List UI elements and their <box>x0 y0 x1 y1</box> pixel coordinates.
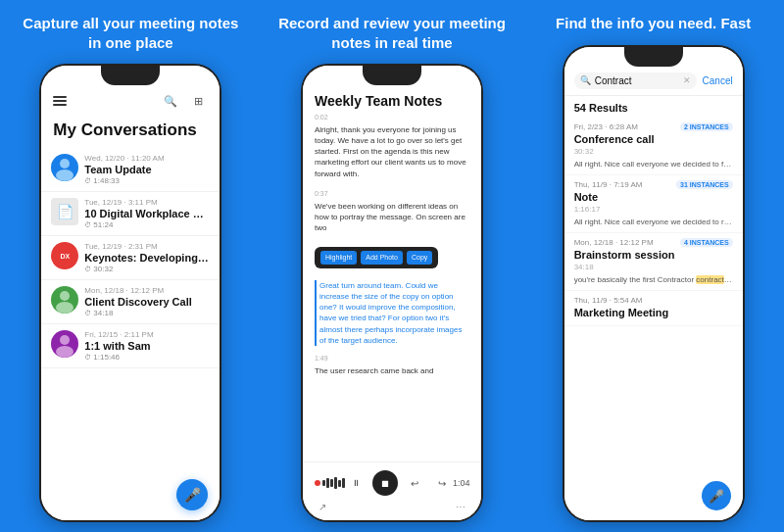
result-item[interactable]: Thu, 11/9 · 7:19 AM 31 INSTANCES Note 1:… <box>564 175 743 233</box>
conversations-title: My Conversations <box>41 115 220 148</box>
options-icon[interactable]: ⋯ <box>456 502 466 512</box>
panel-2-title: Record and review your meeting notes in … <box>270 14 515 52</box>
forward-button[interactable]: ↪ <box>431 472 453 494</box>
list-item[interactable]: Fri, 12/15 · 2:11 PM 1:1 with Sam ⏱ 1:15… <box>41 324 220 368</box>
conv-content: Fri, 12/15 · 2:11 PM 1:1 with Sam ⏱ 1:15… <box>84 330 210 362</box>
action-row: ↗ ⋯ <box>315 502 469 512</box>
wave-bar <box>334 477 337 489</box>
avatar: DX <box>51 242 78 269</box>
notch-3 <box>624 47 683 67</box>
conv-content: Tue, 12/19 · 2:31 PM Keynotes: Developin… <box>84 242 210 273</box>
clock-icon: ⏱ <box>84 354 91 361</box>
hamburger-icon[interactable] <box>53 96 67 106</box>
result-snippet: All right. Nice call everyone we decided… <box>574 217 733 227</box>
conv-name: Keynotes: Developing a Cu... <box>84 252 210 264</box>
notch-2 <box>363 66 421 85</box>
clock-icon: ⏱ <box>84 266 91 272</box>
conv-duration: ⏱ 30:32 <box>84 265 210 273</box>
conv-duration: ⏱ 34:18 <box>84 309 210 317</box>
svg-point-2 <box>60 291 70 301</box>
share-icon[interactable]: ↗ <box>318 502 326 512</box>
panel-2: Record and review your meeting notes in … <box>262 0 523 532</box>
result-date: Thu, 11/9 · 7:19 AM <box>574 180 643 189</box>
play-stop-controls: ⏸ ⏹ ↩ ↪ <box>345 470 453 496</box>
clear-icon[interactable]: ✕ <box>683 75 691 85</box>
conv-date: Tue, 12/19 · 3:11 PM <box>84 198 210 207</box>
panel-3-title: Find the info you need. Fast <box>548 14 759 33</box>
rewind-button[interactable]: ↩ <box>404 472 425 494</box>
result-snippet: All right. Nice call everyone we decided… <box>574 159 733 169</box>
notch-1 <box>101 66 160 85</box>
result-item[interactable]: Mon, 12/18 · 12:12 PM 4 INSTANCES Brains… <box>564 233 743 291</box>
timestamp-1: 0:02 <box>315 113 469 122</box>
selected-text: Great turn around team. Could we increas… <box>315 280 469 346</box>
waveform <box>315 477 345 489</box>
result-date: Thu, 11/9 · 5:54 AM <box>574 296 643 305</box>
search-icon: 🔍 <box>580 75 591 85</box>
wave-bar <box>326 478 329 488</box>
conversations-list: Wed, 12/20 · 11:20 AM Team Update ⏱ 1:48… <box>41 148 220 520</box>
list-item[interactable]: 📄 Tue, 12/19 · 3:11 PM 10 Digital Workpl… <box>41 192 220 236</box>
avatar <box>51 154 78 181</box>
search-icon[interactable]: 🔍 <box>161 91 180 111</box>
result-meta: Mon, 12/18 · 12:12 PM 4 INSTANCES <box>574 238 733 247</box>
list-item[interactable]: Wed, 12/20 · 11:20 AM Team Update ⏱ 1:48… <box>41 148 220 192</box>
conv-name: Client Discovery Call <box>84 296 210 308</box>
result-badge: 2 INSTANCES <box>680 122 733 131</box>
result-meta: Thu, 11/9 · 7:19 AM 31 INSTANCES <box>574 180 733 189</box>
conv-content: Mon, 12/18 · 12:12 PM Client Discovery C… <box>84 286 210 317</box>
add-icon[interactable]: ⊞ <box>188 91 208 111</box>
screen1-header: 🔍 ⊞ <box>41 85 220 115</box>
timestamp-3: 1:49 <box>315 354 469 363</box>
panel-1: Capture all your meeting notes in one pl… <box>0 0 262 532</box>
phone-3: 🔍 Contract ✕ Cancel 54 Results Fri, 2/23… <box>563 45 745 523</box>
phone-2: Weekly Team Notes 0:02 Alright, thank yo… <box>301 64 483 522</box>
search-input-container[interactable]: 🔍 Contract ✕ <box>574 73 697 89</box>
avatar-doc: 📄 <box>51 198 78 225</box>
svg-point-5 <box>56 346 74 358</box>
copy-button[interactable]: Copy <box>407 251 432 265</box>
conv-duration: ⏱ 51:24 <box>84 220 210 229</box>
mic-button[interactable]: 🎤 <box>702 481 731 510</box>
cancel-button[interactable]: Cancel <box>703 75 733 86</box>
result-badge: 4 INSTANCES <box>680 238 733 247</box>
result-meta: Fri, 2/23 · 6:28 AM 2 INSTANCES <box>574 122 733 131</box>
result-badge: 31 INSTANCES <box>676 180 733 189</box>
result-item[interactable]: Fri, 2/23 · 6:28 AM 2 INSTANCES Conferen… <box>564 118 743 175</box>
svg-point-1 <box>56 169 74 181</box>
result-duration: 30:32 <box>574 147 733 156</box>
list-item[interactable]: DX Tue, 12/19 · 2:31 PM Keynotes: Develo… <box>41 236 220 280</box>
conv-content: Tue, 12/19 · 3:11 PM 10 Digital Workplac… <box>84 198 210 229</box>
result-date: Mon, 12/18 · 12:12 PM <box>574 238 654 247</box>
search-bar: 🔍 Contract ✕ Cancel <box>564 67 743 96</box>
conv-name: Team Update <box>84 164 210 175</box>
timestamp-2: 0:37 <box>315 189 469 199</box>
record-dot <box>315 480 320 486</box>
result-item[interactable]: Thu, 11/9 · 5:54 AM Marketing Meeting <box>564 291 743 326</box>
conv-duration: ⏱ 1:15:46 <box>84 353 210 362</box>
highlight-toolbar: Highlight Add Photo Copy <box>315 247 438 268</box>
playback-controls: ⏸ ⏹ ↩ ↪ 1:04 ↗ ⋯ <box>303 461 481 520</box>
pause-button[interactable]: ⏸ <box>345 472 367 494</box>
clock-icon: ⏱ <box>84 177 91 184</box>
conv-date: Tue, 12/19 · 2:31 PM <box>84 242 210 251</box>
result-title: Brainstorm session <box>574 249 733 261</box>
svg-point-4 <box>60 335 70 345</box>
svg-point-3 <box>56 302 74 314</box>
conv-content: Wed, 12/20 · 11:20 AM Team Update ⏱ 1:48… <box>84 154 210 185</box>
meeting-title: Weekly Team Notes <box>303 85 481 113</box>
timer: 1:04 <box>453 478 470 488</box>
highlight-button[interactable]: Highlight <box>320 251 357 265</box>
result-title: Conference call <box>574 133 733 145</box>
add-photo-button[interactable]: Add Photo <box>361 251 403 265</box>
list-item[interactable]: Mon, 12/18 · 12:12 PM Client Discovery C… <box>41 280 220 324</box>
paragraph-2: We've been working on different ideas on… <box>315 201 469 234</box>
paragraph-1: Alright, thank you everyone for joining … <box>315 124 469 179</box>
phone-1: 🔍 ⊞ My Conversations Wed, 12/20 · 11:20 … <box>39 64 221 522</box>
screen-2: Weekly Team Notes 0:02 Alright, thank yo… <box>303 66 481 520</box>
highlight-span: contract <box>696 275 723 284</box>
wave-bar <box>322 480 325 486</box>
wave-bars <box>322 477 345 489</box>
clock-icon: ⏱ <box>84 221 91 228</box>
stop-button[interactable]: ⏹ <box>372 470 398 496</box>
